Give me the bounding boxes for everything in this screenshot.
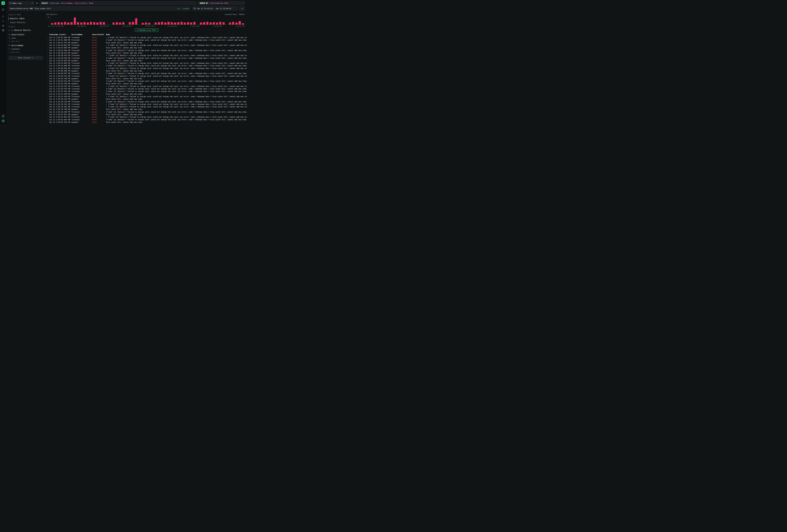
expand-chevron-icon[interactable]: › — [46, 39, 49, 41]
histogram-bar[interactable] — [235, 22, 237, 25]
histogram-bar[interactable] — [116, 22, 118, 25]
histogram-bar[interactable] — [145, 22, 147, 25]
facet-header[interactable]: SeverityText — [8, 34, 43, 36]
histogram-bar[interactable] — [180, 22, 183, 25]
histogram-bar-slot[interactable] — [80, 18, 83, 25]
histogram-bar[interactable] — [70, 22, 72, 25]
log-row[interactable]: › Jun 11 1:55:16.300 PM frontend error {… — [46, 111, 247, 113]
histogram-bar-slot[interactable] — [141, 18, 144, 25]
facet-option-info[interactable]: info — [9, 37, 43, 39]
order-by-input[interactable]: ORDER BY TimestampTime DESC — [198, 1, 245, 5]
expand-chevron-icon[interactable]: › — [46, 49, 49, 51]
histogram-bar-slot[interactable] — [193, 18, 196, 25]
facet-checkbox[interactable] — [9, 48, 10, 50]
histogram-bar-slot[interactable] — [212, 18, 215, 25]
histogram-bar[interactable] — [168, 22, 170, 25]
histogram-bar[interactable] — [64, 22, 66, 25]
facet-option-checkout[interactable]: checkout — [9, 48, 43, 50]
log-row[interactable]: › Jun 11 1:55:07.835 PM frontend error {… — [46, 119, 247, 121]
log-row[interactable]: › Jun 11 1:56:38.534 PM payment error Vi… — [46, 51, 247, 54]
expand-chevron-icon[interactable]: › — [46, 101, 49, 103]
expand-chevron-icon[interactable]: › — [46, 37, 49, 38]
log-row[interactable]: › Jun 11 1:55:39.324 PM payment error Vi… — [46, 98, 247, 100]
log-row[interactable]: › Jun 11 1:56:03.252 PM frontend error {… — [46, 80, 247, 82]
histogram-bar[interactable] — [242, 23, 244, 25]
expand-chevron-icon[interactable]: › — [46, 60, 49, 62]
histogram-bar[interactable] — [74, 18, 76, 25]
histogram-bar[interactable] — [61, 22, 63, 25]
histogram-bar-slot[interactable] — [203, 18, 206, 25]
histogram-bar[interactable] — [132, 22, 134, 25]
search-bar[interactable]: SQL | Lucene — [8, 6, 191, 11]
settings-gear-icon[interactable]: ⚙ — [36, 2, 38, 4]
histogram-bar[interactable] — [219, 22, 221, 25]
histogram-bar-slot[interactable] — [151, 18, 154, 25]
expand-chevron-icon[interactable]: › — [46, 108, 49, 110]
log-row[interactable]: › Jun 11 1:55:51.452 PM frontend error {… — [46, 90, 247, 92]
histogram-bar[interactable] — [83, 22, 85, 25]
expand-chevron-icon[interactable]: › — [46, 103, 49, 105]
histogram-bar[interactable] — [122, 22, 124, 25]
histogram-bar[interactable] — [187, 22, 189, 25]
histogram-bar-slot[interactable] — [209, 18, 212, 25]
log-row[interactable]: › Jun 11 1:55:51.448 PM payment error Vi… — [46, 93, 247, 95]
log-row[interactable]: › Jun 11 1:56:43.001 PM frontend error ×… — [46, 44, 247, 46]
histogram-bar[interactable] — [135, 18, 137, 25]
histogram-bar-slot[interactable] — [89, 18, 93, 25]
column-header-servicename[interactable]: ServiceName⋮ — [71, 34, 92, 36]
log-row[interactable]: › Jun 11 1:55:39.331 PM frontend error ×… — [46, 103, 247, 105]
column-menu-icon[interactable]: ⋮ — [84, 34, 85, 36]
histogram-bar-slot[interactable] — [238, 18, 241, 25]
histogram-bar[interactable] — [148, 23, 150, 25]
log-row[interactable]: › Jun 11 1:55:59.767 PM frontend error ×… — [46, 85, 247, 87]
histogram-bar[interactable] — [171, 22, 173, 25]
histogram-bar-slot[interactable] — [109, 18, 112, 25]
histogram-bar[interactable] — [100, 22, 102, 25]
histogram-bar[interactable] — [119, 22, 121, 25]
log-row[interactable]: › Jun 11 1:55:59.760 PM payment error Vi… — [46, 82, 247, 85]
histogram-bar-slot[interactable] — [164, 18, 167, 25]
expand-chevron-icon[interactable]: › — [46, 106, 49, 108]
histogram-bar-slot[interactable] — [60, 18, 64, 25]
log-row[interactable]: › Jun 11 1:56:32.849 PM frontend error ×… — [46, 62, 247, 64]
expand-chevron-icon[interactable]: › — [46, 95, 49, 98]
histogram-bar[interactable] — [190, 22, 192, 25]
expand-chevron-icon[interactable]: › — [46, 85, 49, 87]
histogram-bar[interactable] — [161, 22, 163, 25]
histogram-bar-slot[interactable] — [92, 18, 96, 25]
expand-chevron-icon[interactable]: › — [46, 111, 49, 113]
expand-chevron-icon[interactable]: › — [46, 119, 49, 121]
log-row[interactable]: › Jun 11 1:54:52.241 PM payment error Vi… — [46, 121, 247, 123]
histogram-bar-slot[interactable] — [76, 18, 80, 25]
histogram-bar-slot[interactable] — [57, 18, 60, 25]
load-more-button[interactable]: Load more — [9, 51, 43, 53]
histogram-bar-slot[interactable] — [199, 18, 203, 25]
histogram-bar-slot[interactable] — [173, 18, 177, 25]
histogram-bar[interactable] — [142, 23, 144, 25]
more-filters-button[interactable]: More filters — [8, 56, 43, 60]
histogram-bar-slot[interactable] — [225, 18, 229, 25]
expand-chevron-icon[interactable]: › — [46, 52, 49, 54]
sql-mode-toggle[interactable]: SQL — [177, 7, 180, 9]
histogram-bar[interactable] — [229, 22, 231, 25]
search-input[interactable] — [10, 7, 176, 9]
histogram-bar-slot[interactable] — [148, 18, 151, 25]
histogram-bar-slot[interactable] — [122, 18, 125, 25]
histogram-bar-slot[interactable] — [177, 18, 180, 25]
denoise-results-toggle[interactable]: Denoise Results — [8, 29, 43, 31]
histogram-bar[interactable] — [239, 21, 241, 25]
expand-chevron-icon[interactable]: › — [46, 93, 49, 95]
histogram-bar[interactable] — [96, 22, 98, 25]
histogram-bar[interactable] — [222, 22, 225, 25]
log-row[interactable]: › Jun 11 1:56:32.848 PM frontend error {… — [46, 64, 247, 67]
log-row[interactable]: › Jun 11 1:56:08.955 PM frontend error {… — [46, 72, 247, 75]
expand-chevron-icon[interactable]: › — [46, 83, 49, 85]
histogram-bar-slot[interactable] — [54, 18, 57, 25]
histogram-bar[interactable] — [58, 22, 60, 25]
column-header-timestamp[interactable]: Timestamp (Local)⋮ — [49, 34, 71, 36]
log-row[interactable]: › Jun 11 1:55:16.296 PM payment error Vi… — [46, 108, 247, 110]
expand-chevron-icon[interactable]: › — [46, 78, 49, 80]
facet-header[interactable]: ServiceName — [8, 44, 43, 47]
expand-chevron-icon[interactable]: › — [46, 80, 49, 82]
histogram-bar[interactable] — [67, 22, 69, 25]
